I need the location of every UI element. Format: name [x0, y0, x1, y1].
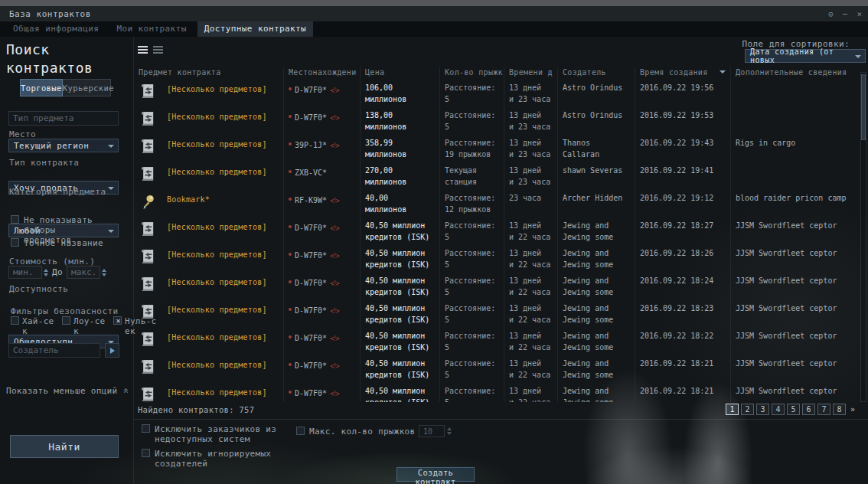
- security-status-dot: [289, 308, 292, 311]
- time-left-cell: 13 дней и 22 часа: [504, 382, 558, 402]
- location-select[interactable]: Текущий регион: [8, 139, 119, 152]
- security-checkbox[interactable]: [113, 316, 122, 325]
- table-row[interactable]: [Несколько предметов] D-W7F0* <!> 40,50 …: [134, 217, 868, 244]
- minimize-icon[interactable]: −: [843, 9, 848, 19]
- detail-list-view-icon[interactable]: [138, 46, 148, 54]
- location-link[interactable]: ZXB-VC*: [295, 167, 327, 178]
- jumps-cell: Расстояние: 5 прыжков: [440, 106, 504, 134]
- table-scrollbar[interactable]: [860, 72, 866, 402]
- location-link[interactable]: D-W7F0*: [295, 388, 327, 399]
- table-header: Предмет контракта Местонахождени Цена Ко…: [134, 67, 868, 79]
- location-link[interactable]: 39P-1J*: [295, 139, 327, 151]
- mode-button[interactable]: Курьерские: [63, 79, 111, 96]
- contract-item-label: [Несколько предметов]: [167, 358, 267, 382]
- column-header[interactable]: Кол-во прыжк: [440, 67, 504, 79]
- item-type-input[interactable]: [8, 111, 119, 126]
- price-min-input[interactable]: [8, 266, 42, 279]
- location-link[interactable]: D-W7F0*: [295, 222, 327, 234]
- page-button[interactable]: 5: [787, 404, 800, 415]
- page-button[interactable]: »: [848, 404, 857, 415]
- location-link[interactable]: D-W7F0*: [295, 250, 327, 261]
- table-row[interactable]: [Несколько предметов] D-W7F0* <!> 40,50 …: [134, 327, 868, 355]
- info-cell: [731, 79, 868, 106]
- issuer-search-button[interactable]: [105, 343, 119, 358]
- table-row[interactable]: [Несколько предметов] D-W7F0* <!> 138,00…: [134, 106, 868, 134]
- security-status-dot: [289, 198, 292, 201]
- location-link[interactable]: D-W7F0*: [295, 84, 327, 96]
- exact-name-checkbox[interactable]: [11, 238, 19, 247]
- info-cell: blood raider pricon camp: [731, 189, 868, 217]
- column-header-sorted[interactable]: Время создания: [635, 67, 731, 79]
- route-warning-icon: <!>: [330, 139, 338, 152]
- sort-select[interactable]: Дата создания (от новых: [745, 49, 866, 63]
- max-jumps-checkbox[interactable]: [296, 427, 305, 435]
- page-button[interactable]: 1: [726, 404, 739, 415]
- tab[interactable]: Доступные контракты: [197, 21, 313, 37]
- column-header[interactable]: Времени д: [504, 67, 558, 79]
- contracts-window: База контрактов ⊙ − × Общая информация М…: [0, 6, 868, 484]
- jumps-cell: Расстояние: 5 прыжков: [440, 382, 504, 402]
- column-header[interactable]: Местонахождени: [284, 67, 361, 79]
- location-link[interactable]: D-W7F0*: [295, 360, 327, 371]
- column-header[interactable]: Дополнительные сведения: [731, 67, 868, 79]
- exclude-ignored-checkbox[interactable]: [142, 449, 150, 457]
- less-options-link[interactable]: Показать меньше опций »: [6, 385, 129, 396]
- info-cell: JJSM Swordfleet ceptor: [731, 355, 868, 382]
- location-link[interactable]: RF-K9W*: [295, 195, 327, 206]
- table-row[interactable]: [Несколько предметов] 39P-1J* <!> 358,99…: [134, 134, 868, 162]
- page-button[interactable]: 6: [802, 404, 815, 415]
- scrollbar-thumb[interactable]: [861, 74, 866, 140]
- page-button[interactable]: 7: [817, 404, 830, 415]
- table-row[interactable]: [Несколько предметов] D-W7F0* <!> 40,50 …: [134, 244, 868, 272]
- titlebar[interactable]: База контрактов ⊙ − ×: [0, 6, 868, 21]
- location-link[interactable]: D-W7F0*: [295, 305, 327, 316]
- column-header[interactable]: Цена: [361, 67, 440, 79]
- tab[interactable]: Общая информация: [6, 21, 106, 37]
- stepper-arrows-icon[interactable]: [102, 269, 106, 276]
- page-button[interactable]: 3: [756, 404, 769, 415]
- location-link[interactable]: D-W7F0*: [295, 277, 327, 289]
- issuer-input[interactable]: [8, 343, 100, 358]
- contract-item-label: [Несколько предметов]: [167, 110, 267, 134]
- contract-icon: [137, 165, 160, 189]
- security-status-dot: [289, 280, 292, 283]
- close-icon[interactable]: ×: [857, 9, 862, 19]
- exclude-unreachable-row: Исключить заказчиков из недоступных сист…: [142, 424, 283, 444]
- exclude-unreachable-checkbox[interactable]: [142, 424, 150, 433]
- table-row[interactable]: [Несколько предметов] D-W7F0* <!> 40,50 …: [134, 382, 868, 402]
- table-row[interactable]: [Несколько предметов] ZXB-VC* <!> 270,00…: [134, 162, 868, 189]
- search-button[interactable]: Найти: [10, 435, 119, 458]
- settings-icon[interactable]: ⊙: [828, 9, 834, 19]
- location-link[interactable]: D-W7F0*: [295, 332, 327, 344]
- table-row[interactable]: [Несколько предметов] D-W7F0* <!> 40,50 …: [134, 272, 868, 299]
- max-jumps-input[interactable]: [419, 425, 445, 437]
- table-row[interactable]: [Несколько предметов] D-W7F0* <!> 40,50 …: [134, 299, 868, 327]
- page-button[interactable]: 4: [772, 404, 785, 415]
- time-left-cell: 13 дней и 22 часа: [504, 327, 558, 355]
- location-link[interactable]: D-W7F0*: [295, 112, 327, 123]
- table-row[interactable]: [Несколько предметов] D-W7F0* <!> 40,50 …: [134, 355, 868, 382]
- create-contract-button[interactable]: Создать контракт: [396, 467, 475, 482]
- mode-button[interactable]: Торговые: [20, 79, 63, 96]
- jumps-cell: Текущая станция: [440, 162, 504, 189]
- info-cell: JJSM Swordfleet ceptor: [731, 244, 868, 272]
- column-header[interactable]: Создатель: [558, 67, 635, 79]
- page-button[interactable]: 8: [833, 404, 846, 415]
- issuer-cell: shawn Severas: [558, 162, 635, 189]
- price-cell: 40,50 миллион кредитов (ISK): [361, 299, 440, 327]
- table-row[interactable]: [Несколько предметов] D-W7F0* <!> 106,00…: [134, 79, 868, 106]
- security-checkbox[interactable]: [11, 316, 19, 325]
- no-item-sets-checkbox[interactable]: [11, 215, 19, 224]
- compact-list-view-icon[interactable]: [153, 46, 163, 54]
- tab[interactable]: Мои контракты: [109, 21, 193, 37]
- stepper-arrows-icon[interactable]: [44, 269, 48, 276]
- page-button[interactable]: 2: [741, 404, 754, 415]
- column-header[interactable]: Предмет контракта: [134, 67, 284, 79]
- created-cell: 2016.09.22 19:41: [635, 162, 731, 189]
- divider: [134, 419, 868, 420]
- table-row[interactable]: Bookmark* RF-K9W* <!> 40,00 миллионов Ра…: [134, 189, 868, 217]
- jumps-cell: Расстояние: 12 прыжков: [440, 189, 504, 217]
- stepper-arrows-icon[interactable]: [447, 427, 452, 435]
- price-max-input[interactable]: [67, 266, 100, 279]
- security-checkbox[interactable]: [62, 316, 70, 325]
